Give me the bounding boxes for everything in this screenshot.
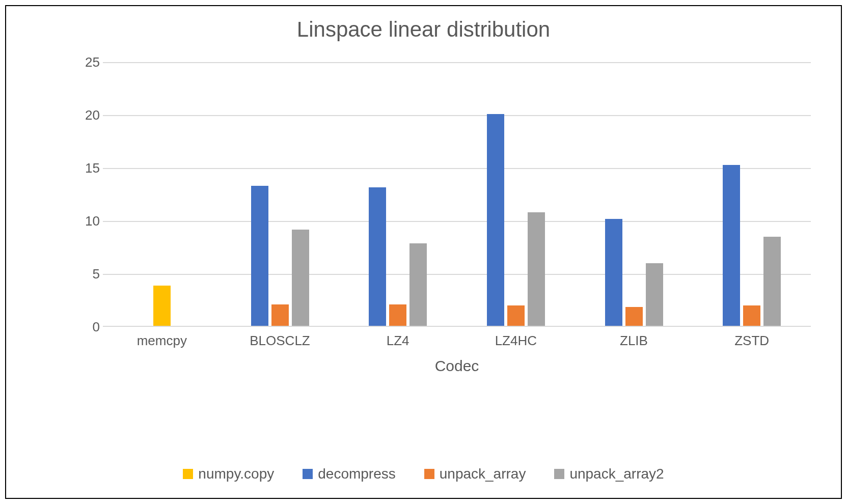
bar-decompress xyxy=(369,187,386,326)
legend-swatch xyxy=(424,469,434,479)
bar-numpy-copy xyxy=(153,286,171,326)
x-axis-title: Codec xyxy=(103,357,811,375)
bar-unpack-array2 xyxy=(292,230,309,326)
y-tick-label: 20 xyxy=(77,107,100,123)
y-tick-label: 15 xyxy=(77,160,100,176)
legend-label: numpy.copy xyxy=(198,466,274,482)
y-tick-label: 5 xyxy=(77,266,100,282)
bar-decompress xyxy=(251,186,268,326)
bar-unpack-array xyxy=(743,305,760,326)
x-tick-label: LZ4HC xyxy=(457,333,575,349)
chart-title: Linspace linear distribution xyxy=(6,17,841,42)
x-tick-label: LZ4 xyxy=(339,333,457,349)
legend-item-unpack-array2: unpack_array2 xyxy=(554,466,664,482)
legend-swatch xyxy=(303,469,313,479)
bar-unpack-array2 xyxy=(763,237,781,326)
bar-unpack-array xyxy=(625,307,643,326)
gridline xyxy=(103,62,811,63)
y-tick-label: 25 xyxy=(77,54,100,70)
legend-swatch xyxy=(183,469,193,479)
plot-wrap: Codec 0510152025memcpyBLOSCLZLZ4LZ4HCZLI… xyxy=(37,62,811,368)
bar-unpack-array xyxy=(271,304,289,326)
chart-frame: Linspace linear distribution Speed (GB/s… xyxy=(5,5,842,499)
gridline xyxy=(103,115,811,116)
y-tick-label: 0 xyxy=(77,319,100,335)
x-tick-label: memcpy xyxy=(103,333,221,349)
bar-decompress xyxy=(605,219,622,326)
bar-decompress xyxy=(487,114,504,326)
bar-decompress xyxy=(723,165,740,326)
x-tick-label: BLOSCLZ xyxy=(221,333,339,349)
legend-label: unpack_array2 xyxy=(569,466,664,482)
gridline xyxy=(103,221,811,222)
y-tick-label: 10 xyxy=(77,213,100,229)
bar-unpack-array2 xyxy=(646,263,663,326)
bar-unpack-array2 xyxy=(528,212,545,326)
legend-swatch xyxy=(554,469,564,479)
legend-item-unpack-array: unpack_array xyxy=(424,466,526,482)
legend-item-decompress: decompress xyxy=(303,466,396,482)
plot-area xyxy=(103,62,811,327)
gridline xyxy=(103,274,811,275)
y-axis-title: Speed (GB/s) xyxy=(22,0,43,62)
bar-unpack-array2 xyxy=(409,243,427,326)
bar-unpack-array xyxy=(389,304,406,326)
x-tick-label: ZSTD xyxy=(693,333,811,349)
gridline xyxy=(103,168,811,169)
legend-item-numpy-copy: numpy.copy xyxy=(183,466,274,482)
x-tick-label: ZLIB xyxy=(575,333,693,349)
legend-label: decompress xyxy=(318,466,396,482)
legend-label: unpack_array xyxy=(440,466,526,482)
legend: numpy.copydecompressunpack_arrayunpack_a… xyxy=(6,466,841,483)
bar-unpack-array xyxy=(507,305,525,326)
